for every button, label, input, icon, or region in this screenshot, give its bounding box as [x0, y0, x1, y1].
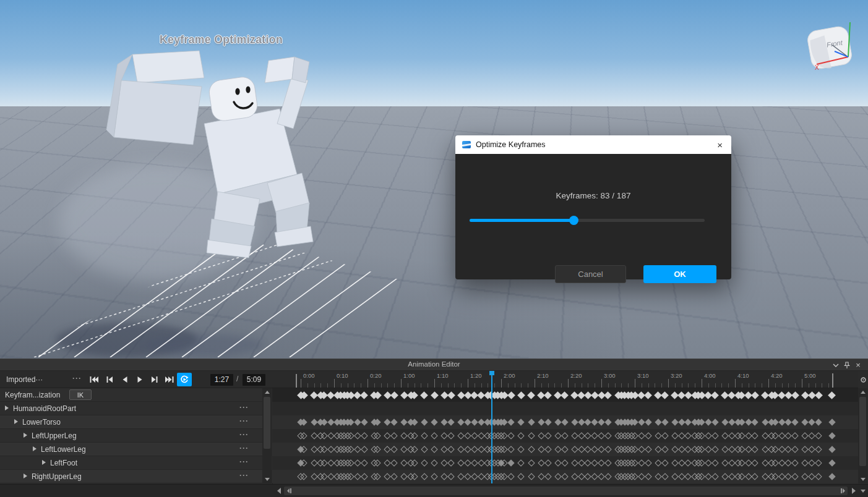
keyframe-diamond[interactable]	[528, 418, 535, 425]
keyframe-diamond[interactable]	[354, 473, 361, 480]
keyframe-diamond[interactable]	[655, 418, 661, 425]
expand-arrow-icon[interactable]	[42, 460, 46, 465]
keyframe-diamond[interactable]	[752, 473, 758, 480]
keyframe-diamond[interactable]	[458, 473, 465, 480]
keyframe-diamond[interactable]	[638, 432, 645, 439]
keyframe-diamond[interactable]	[458, 432, 465, 439]
hscroll-right-arrow-icon[interactable]	[849, 486, 859, 496]
keyframe-diamond[interactable]	[354, 418, 361, 425]
keyframe-diamond[interactable]	[447, 473, 454, 480]
keyframe-diamond[interactable]	[661, 432, 668, 439]
keyframe-diamond[interactable]	[464, 418, 471, 425]
keyframe-diamond[interactable]	[791, 391, 799, 399]
keyframe-diamond[interactable]	[815, 432, 822, 439]
keyframe-diamond[interactable]	[815, 418, 822, 425]
hscroll-right-grip[interactable]	[838, 488, 847, 494]
keyframe-diamond[interactable]	[661, 473, 668, 480]
keyframe-diamond[interactable]	[518, 459, 525, 466]
keyframe-diamond[interactable]	[705, 432, 711, 439]
keyframe-diamond[interactable]	[645, 446, 651, 452]
keyframe-diamond[interactable]	[604, 459, 611, 466]
keyframe-diamond[interactable]	[571, 459, 578, 466]
keyframe-diamond[interactable]	[721, 459, 728, 466]
keyframe-diamond[interactable]	[391, 473, 398, 480]
expand-arrow-icon[interactable]	[14, 419, 18, 424]
keyframe-diamond[interactable]	[828, 473, 835, 480]
keyframe-diamond[interactable]	[591, 473, 598, 480]
keyframe-diamond[interactable]	[661, 418, 668, 425]
panel-close-icon[interactable]: ×	[853, 360, 863, 370]
chevron-down-icon[interactable]	[831, 360, 841, 370]
keyframe-diamond[interactable]	[705, 418, 711, 425]
keyframe-diamond[interactable]	[544, 418, 551, 425]
timeline-scroll-down-icon[interactable]	[858, 475, 867, 483]
keyframe-diamond[interactable]	[431, 473, 437, 480]
keyframe-diamond[interactable]	[447, 446, 454, 452]
keyframes-slider[interactable]	[470, 216, 705, 224]
keyframe-diamond[interactable]	[554, 432, 561, 439]
keyframe-diamond[interactable]	[571, 432, 578, 439]
keyframe-diamond[interactable]	[752, 418, 758, 425]
loop-toggle-button[interactable]	[177, 373, 192, 386]
keyframe-diamond[interactable]	[391, 446, 398, 452]
play-reverse-button[interactable]	[118, 373, 132, 386]
expand-arrow-icon[interactable]	[24, 474, 27, 478]
playhead-line[interactable]	[491, 374, 492, 483]
tracklist-scroll-down-icon[interactable]	[262, 475, 272, 483]
keyframe-diamond[interactable]	[644, 391, 652, 399]
keyframe-diamond[interactable]	[752, 432, 758, 439]
track-menu-button[interactable]: ···	[239, 444, 249, 452]
timeline-scroll-thumb[interactable]	[859, 397, 866, 466]
keyframe-lane-LowerTorso[interactable]	[272, 415, 858, 430]
keyframe-diamond[interactable]	[518, 446, 525, 452]
keyframe-diamond[interactable]	[828, 391, 836, 399]
keyframe-diamond[interactable]	[792, 418, 799, 425]
keyframe-diamond[interactable]	[809, 473, 815, 480]
keyframe-diamond[interactable]	[809, 418, 815, 425]
keyframe-diamond[interactable]	[464, 432, 471, 439]
clip-menu-button[interactable]: ···	[72, 374, 82, 383]
keyframe-diamond[interactable]	[571, 446, 578, 452]
next-keyframe-button[interactable]	[147, 373, 162, 386]
keyframe-diamond[interactable]	[528, 473, 535, 480]
keyframe-diamond[interactable]	[721, 418, 728, 425]
expand-arrow-icon[interactable]	[5, 406, 9, 410]
tracklist-scroll-up-icon[interactable]	[262, 388, 272, 396]
keyframe-diamond[interactable]	[361, 432, 367, 439]
keyframe-diamond[interactable]	[518, 432, 525, 439]
hscroll-left-grip[interactable]	[285, 488, 293, 494]
keyframe-diamond[interactable]	[544, 459, 551, 466]
keyframe-diamond[interactable]	[421, 432, 428, 439]
keyframe-diamond[interactable]	[361, 446, 367, 452]
keyframe-lane-HumanoidRootPart[interactable]	[272, 402, 858, 416]
keyframe-diamond[interactable]	[721, 446, 728, 452]
keyframe-diamond[interactable]	[591, 418, 598, 425]
keyframe-diamond[interactable]	[354, 446, 361, 452]
keyframe-diamond[interactable]	[815, 473, 822, 480]
keyframe-diamond[interactable]	[561, 446, 568, 452]
keyframe-diamond[interactable]	[828, 459, 835, 466]
keyframe-diamond[interactable]	[671, 459, 678, 466]
keyframe-diamond[interactable]	[671, 432, 678, 439]
timeline-scroll-up-icon[interactable]	[858, 388, 867, 396]
keyframe-diamond[interactable]	[561, 418, 568, 425]
keyframe-diamond[interactable]	[447, 391, 455, 399]
keyframe-diamond[interactable]	[792, 432, 799, 439]
keyframe-diamond[interactable]	[591, 459, 598, 466]
keyframe-diamond[interactable]	[420, 391, 428, 399]
keyframe-diamond[interactable]	[711, 432, 718, 439]
keyframe-diamond[interactable]	[554, 473, 561, 480]
keyframe-diamond[interactable]	[508, 459, 515, 466]
keyframe-diamond[interactable]	[458, 418, 465, 425]
keyframe-diamond[interactable]	[792, 473, 799, 480]
track-row-LeftUpperLeg[interactable]: LeftUpperLeg···	[0, 429, 262, 443]
keyframe-diamond[interactable]	[828, 432, 835, 439]
ok-button[interactable]: OK	[643, 265, 716, 283]
keyframe-diamond[interactable]	[441, 446, 448, 452]
timeline-settings-gear-icon[interactable]	[858, 371, 868, 388]
keyframe-diamond[interactable]	[828, 418, 835, 425]
keyframe-diamond[interactable]	[751, 391, 759, 399]
keyframe-diamond[interactable]	[561, 432, 568, 439]
keyframe-diamond[interactable]	[431, 432, 437, 439]
keyframe-lane-LeftFoot[interactable]	[272, 456, 858, 470]
